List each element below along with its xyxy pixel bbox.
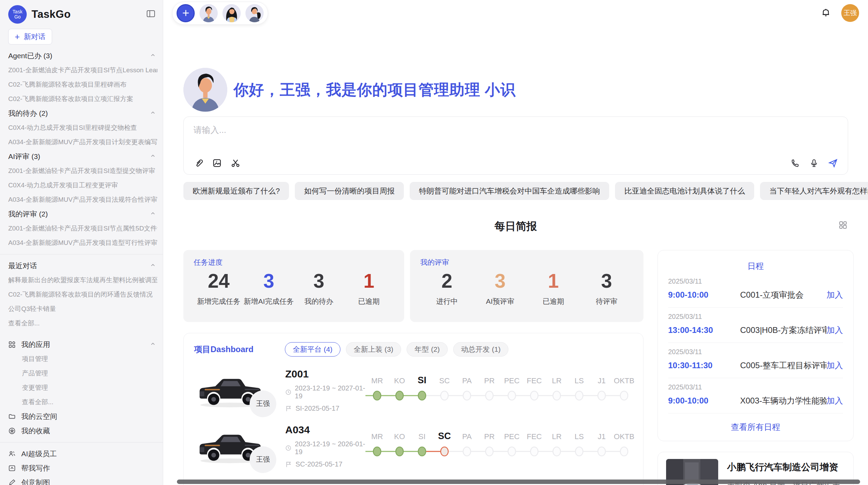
stat-value: 1 [344,270,394,293]
conversation-item[interactable]: C02-飞腾新能源轻客改款项目的闭环通告反馈情况 [8,287,157,302]
suggestion-chip[interactable]: 欧洲新规最近颁布了什么? [183,182,289,200]
briefing-columns: 任务进度 24 新增完成任务 3 新增AI完成任务 [183,250,848,485]
flag-date: SI-2025-05-17 [296,405,339,412]
suggestion-chip[interactable]: 当下年轻人对汽车外观有怎样的喜好趋势 [760,182,868,200]
sidebar-item-ai-super-staff[interactable]: AI超级员工 [8,447,157,461]
app-item-product-mgmt[interactable]: 产品管理 [8,366,157,381]
conversation-item[interactable]: A034-全新新能源MUV产品开发项目法规符合性评审 [8,192,157,207]
team-member-avatar[interactable] [245,4,264,22]
card-title: 我的评审 [420,258,633,267]
section-my-apps[interactable]: 我的应用 [8,337,157,352]
sidebar-item-cloud-space[interactable]: 我的云空间 [8,409,157,424]
conversation-item[interactable]: 公司Q3轻卡销量 [8,302,157,316]
image-icon[interactable] [212,158,222,168]
app-item-project-mgmt[interactable]: 项目管理 [8,352,157,366]
logo-text-top: Task [13,9,23,14]
join-link[interactable]: 加入 [827,395,843,406]
send-icon[interactable] [828,158,838,168]
chevron-up-icon[interactable] [150,152,156,161]
attachment-icon[interactable] [193,158,204,168]
chevron-up-icon[interactable] [150,52,156,60]
project-owner-badge: 王强 [250,390,276,417]
tab-new-body[interactable]: 全新上装 (3) [346,342,401,357]
conversation-item[interactable]: A034-全新新能源MUV产品开发项目造型可行性评审 [8,236,157,250]
tab-all-new-platform[interactable]: 全新平台 (4) [285,342,340,357]
conversation-item[interactable]: C02-飞腾新能源轻客改款项目里程碑画布 [8,77,157,92]
join-link[interactable]: 加入 [827,360,843,371]
layout-grid-icon[interactable] [839,221,847,231]
sidebar-item-help-me-write[interactable]: 帮我写作 [8,461,157,475]
task-progress-card: 任务进度 24 新增完成任务 3 新增AI完成任务 [183,250,404,322]
schedule-name: X003-车辆动力学性能验... [727,395,827,406]
horizontal-scrollbar[interactable] [177,480,860,484]
svg-text:FEC: FEC [527,432,542,441]
stat-value: 3 [473,270,527,293]
chevron-up-icon[interactable] [150,210,156,218]
suggestion-chip[interactable]: 比亚迪全固态电池计划具体说了什么 [615,182,754,200]
new-chat-button[interactable]: + 新对话 [8,29,52,45]
section-my-review[interactable]: 我的评审 (2) [8,207,157,221]
flag-icon [285,405,292,412]
svg-text:PA: PA [462,432,472,441]
view-all-schedule-link[interactable]: 查看所有日程 [668,413,843,433]
join-link[interactable]: 加入 [827,289,843,300]
sidebar-item-label: AI超级员工 [21,449,57,459]
conversation-item[interactable]: C0X4-动力总成开发项目工程变更评审 [8,178,157,192]
project-info: Z001 2023-12-19 ~ 2027-01-19 SI-2025-05-… [279,368,365,412]
app-item-change-mgmt[interactable]: 变更管理 [8,381,157,395]
chat-input[interactable] [193,125,838,135]
news-title: 小鹏飞行汽车制造公司增资 [727,461,845,473]
briefing-title: 每日简报 [495,219,537,234]
tab-powertrain-dev[interactable]: 动总开发 (1) [453,342,509,357]
sidebar-item-favorites[interactable]: 我的收藏 [8,424,157,438]
project-row[interactable]: 王强 A034 2023-12-19 ~ 2026-01-19 [194,424,633,468]
conversation-item[interactable]: Z001-全新燃油轻卡产品开发项目SI节点属性5D文件评审 [8,221,157,236]
app-title: TaskGo [32,8,71,21]
conversation-item[interactable]: C0X4-动力总成开发项目SI里程碑提交物检查 [8,121,157,135]
section-ai-review[interactable]: AI评审 (3) [8,149,157,164]
project-row[interactable]: 王强 Z001 2023-12-19 ~ 2027-01-19 [194,368,633,412]
suggestion-chip[interactable]: 如何写一份清晰的项目周报 [295,182,404,200]
view-all-apps[interactable]: 查看全部... [8,395,157,409]
sidebar-item-label: 我的收藏 [21,426,50,436]
user-avatar[interactable]: 王强 [841,4,859,22]
conversation-item[interactable]: C02-飞腾新能源轻客改款项目立项汇报方案 [8,92,157,106]
chat-input-card [183,116,848,175]
apps-grid-icon [8,341,16,348]
mic-icon[interactable] [809,158,819,168]
conversation-item[interactable]: Z001-全新燃油皮卡产品开发项目SI节点Lesson Learn报告 [8,63,157,77]
join-link[interactable]: 加入 [827,325,843,336]
team-member-avatar[interactable] [200,4,218,22]
chevron-up-icon[interactable] [150,109,156,117]
svg-text:PR: PR [484,376,495,385]
chevron-up-icon[interactable] [150,340,156,349]
svg-text:KO: KO [394,432,405,441]
app-root: Task Go TaskGo + 新对话 Agent已办 (3) Z001-全新… [0,0,868,485]
stat-grid: 2 进行中 3 AI预评审 1 已逾期 [420,270,633,306]
add-member-button[interactable] [177,4,195,22]
stat-value: 1 [527,270,580,293]
view-all-chats[interactable]: 查看全部... [8,316,157,331]
svg-text:SC: SC [439,376,450,385]
schedule-item: 2025/03/11 13:00-14:30 C003|H0B-方案冻结评审 加… [668,308,843,343]
phone-icon[interactable] [790,158,800,168]
svg-text:OKTB: OKTB [614,432,635,441]
sidebar-collapse-icon[interactable] [146,10,155,19]
notification-bell-icon[interactable] [821,7,831,19]
stat-my-todo: 3 我的待办 [294,270,344,306]
team-member-avatar[interactable] [222,4,241,22]
section-recent-chats[interactable]: 最近对话 [8,259,157,273]
tab-year-model[interactable]: 年型 (2) [407,342,448,357]
section-agent-done[interactable]: Agent已办 (3) [8,49,157,63]
section-title: 最近对话 [8,261,37,271]
conversation-item[interactable]: 解释最新出台的欧盟报废车法规再生塑料比例被调至15%... [8,273,157,287]
section-my-todo[interactable]: 我的待办 (2) [8,106,157,121]
chevron-up-icon[interactable] [150,262,156,270]
scissors-icon[interactable] [230,158,241,168]
conversation-item[interactable]: Z001-全新燃油轻卡产品开发项目SI造型提交物评审 [8,164,157,178]
topbar: 王强 [163,0,868,26]
sidebar-item-creative-drawing[interactable]: 创意制图 [8,475,157,485]
conversation-item[interactable]: A034-全新新能源MUV产品开发项目计划变更表编写 [8,135,157,149]
sidebar-divider [0,254,163,254]
suggestion-chip[interactable]: 特朗普可能对进口汽车增税会对中国车企造成哪些影响 [410,182,609,200]
